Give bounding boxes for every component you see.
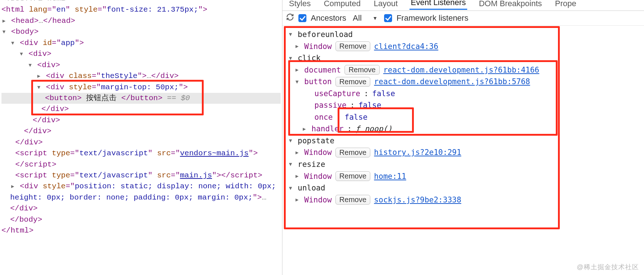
body-open[interactable]: ▼ <body> [1,26,281,37]
chevron-down-icon: ▼ [372,15,378,21]
thestyle-div[interactable]: ▶ <div class="theStyle">…</div> [1,71,281,82]
remove-button[interactable]: Remove [335,195,370,205]
script-vendors-close[interactable]: </script> [1,159,281,170]
expand-arrow[interactable]: ▶ [295,196,301,204]
div-open-1[interactable]: ▼ <div> [1,49,281,59]
app-div[interactable]: ▼ <div id="app"> [1,38,281,49]
framework-checkbox[interactable] [384,14,392,22]
remove-button[interactable]: Remove [335,41,370,51]
expand-arrow[interactable]: ▶ [295,149,301,157]
expand-arrow[interactable]: ▶ [295,42,301,50]
remove-button[interactable]: Remove [335,171,370,181]
listener-row[interactable]: ▶ Window Remove client?dca4:36 [289,41,641,53]
event-popstate[interactable]: ▼ popstate [289,135,641,147]
source-link[interactable]: history.js?2e10:291 [374,147,461,159]
scope-dropdown[interactable]: All ▼ [351,13,380,23]
source-link[interactable]: react-dom.development.js?61bb:4166 [383,64,539,76]
collapse-arrow[interactable]: ▼ [1,28,7,36]
listener-row[interactable]: ▶ Window Remove history.js?2e10:291 [289,147,641,159]
listener-row[interactable]: ▶ Window Remove home:11 [289,171,641,182]
body-close[interactable]: </body> [1,214,281,225]
hidden-div-close[interactable]: </div> [1,203,281,214]
div-open-2[interactable]: ▼ <div> [1,60,281,71]
ancestors-checkbox[interactable] [298,14,306,22]
ancestors-label: Ancestors [311,13,346,23]
listener-prop[interactable]: ▶ handler: ƒ noop() [289,123,641,135]
expand-arrow[interactable]: ▶ [1,17,7,25]
framework-label: Framework listeners [396,13,468,23]
source-link[interactable]: sockjs.js?9be2:3338 [374,194,461,206]
event-beforeunload[interactable]: ▼ beforeunload [289,29,641,41]
sidebar-tabs: Styles Computed Layout Event Listeners D… [282,0,644,11]
expand-arrow[interactable]: ▶ [295,66,301,74]
source-link[interactable]: client?dca4:36 [374,41,438,53]
listener-prop: useCapture: false [289,88,641,100]
html-close[interactable]: </html> [1,225,281,236]
collapse-arrow[interactable]: ▼ [36,84,41,91]
collapse-arrow[interactable]: ▼ [289,184,294,192]
elements-panel[interactable]: <!DOCTYPE html> <html lang="en" style="f… [0,0,282,275]
listener-row[interactable]: ▼ button Remove react-dom.development.js… [289,76,641,88]
watermark: @稀土掘金技术社区 [577,263,639,271]
source-link[interactable]: react-dom.development.js?61bb:5768 [374,76,530,88]
margin-div-open[interactable]: ▼ <div style="margin-top: 50px;"> [1,82,281,93]
collapse-arrow[interactable]: ▼ [10,40,15,47]
sidebar-panel: Styles Computed Layout Event Listeners D… [282,0,644,275]
event-resize[interactable]: ▼ resize [289,159,641,171]
app-close[interactable]: </div> [1,137,281,148]
collapse-arrow[interactable]: ▼ [28,62,33,69]
tab-styles[interactable]: Styles [288,0,312,10]
tab-properties[interactable]: Prope [554,0,578,10]
tab-dom-breakpoints[interactable]: DOM Breakpoints [477,0,543,10]
remove-button[interactable]: Remove [335,77,370,87]
script-main[interactable]: <script type="text/javascript" src="main… [1,170,281,181]
event-click[interactable]: ▼ click [289,52,641,64]
collapse-arrow[interactable]: ▼ [19,50,24,58]
listener-prop: once: false [289,111,641,123]
remove-button[interactable]: Remove [345,65,379,75]
listener-row[interactable]: ▶ document Remove react-dom.development.… [289,64,641,76]
refresh-icon[interactable] [286,13,294,23]
div-close-2[interactable]: </div> [1,115,281,126]
div-close-1[interactable]: </div> [1,126,281,137]
doctype-line: <!DOCTYPE html> [1,0,281,4]
event-listener-tree[interactable]: ▼ beforeunload ▶ Window Remove client?dc… [282,26,644,209]
collapse-arrow[interactable]: ▼ [289,30,294,38]
button-node[interactable]: <button> 按钮点击 </button> == $0 [1,93,281,104]
listener-row[interactable]: ▶ Window Remove sockjs.js?9be2:3338 [289,194,641,206]
listener-prop: passive: false [289,99,641,111]
expand-arrow[interactable]: ▶ [10,183,15,190]
tab-event-listeners[interactable]: Event Listeners [409,0,468,10]
collapse-arrow[interactable]: ▼ [289,137,294,145]
collapse-arrow[interactable]: ▼ [289,54,294,62]
hidden-div-cont[interactable]: height: 0px; border: none; padding: 0px;… [1,192,281,203]
tab-computed[interactable]: Computed [322,0,362,10]
script-vendors[interactable]: <script type="text/javascript" src="vend… [1,148,281,159]
remove-button[interactable]: Remove [335,148,370,157]
collapse-arrow[interactable]: ▼ [289,160,294,168]
collapse-arrow[interactable]: ▼ [295,78,301,86]
head-line[interactable]: ▶ <head>…</head> [1,16,281,26]
source-link[interactable]: home:11 [374,171,406,182]
expand-arrow[interactable]: ▶ [295,172,301,180]
expand-arrow[interactable]: ▶ [36,73,41,80]
hidden-div[interactable]: ▶ <div style="position: static; display:… [1,181,281,192]
html-open[interactable]: <html lang="en" style="font-size: 21.375… [1,4,281,15]
event-listeners-toolbar: Ancestors All ▼ Framework listeners [282,11,644,26]
margin-div-close[interactable]: </div> [1,104,281,115]
event-unload[interactable]: ▼ unload [289,182,641,194]
expand-arrow[interactable]: ▶ [303,125,308,133]
tab-layout[interactable]: Layout [372,0,399,10]
